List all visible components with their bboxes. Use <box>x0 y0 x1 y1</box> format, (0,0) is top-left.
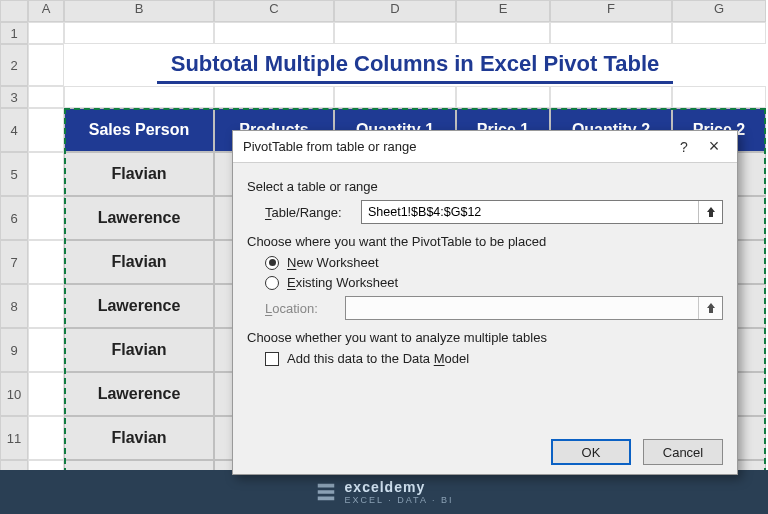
range-input[interactable] <box>362 205 698 219</box>
row-header-11[interactable]: 11 <box>0 416 28 460</box>
section-multiple-tables: Choose whether you want to analyze multi… <box>247 330 723 345</box>
cell[interactable] <box>64 86 214 108</box>
cell[interactable] <box>64 22 214 44</box>
collapse-dialog-icon[interactable] <box>698 201 722 223</box>
table-cell[interactable]: Lawerence <box>64 284 214 328</box>
watermark-brand: exceldemy <box>345 479 454 495</box>
row-header-8[interactable]: 8 <box>0 284 28 328</box>
ok-button[interactable]: OK <box>551 439 631 465</box>
row-header-1[interactable]: 1 <box>0 22 28 44</box>
watermark: exceldemy EXCEL · DATA · BI <box>0 470 768 514</box>
row-header-7[interactable]: 7 <box>0 240 28 284</box>
section-placement: Choose where you want the PivotTable to … <box>247 234 723 249</box>
cell[interactable] <box>550 86 672 108</box>
dialog-titlebar[interactable]: PivotTable from table or range ? × <box>233 131 737 163</box>
col-header-F[interactable]: F <box>550 0 672 22</box>
select-all-corner[interactable] <box>0 0 28 22</box>
cell[interactable] <box>28 108 64 152</box>
location-input-wrap <box>345 296 723 320</box>
row-header-3[interactable]: 3 <box>0 86 28 108</box>
col-header-G[interactable]: G <box>672 0 766 22</box>
cell[interactable] <box>456 22 550 44</box>
close-icon: × <box>709 136 720 157</box>
logo-icon <box>315 481 337 503</box>
row-header-2[interactable]: 2 <box>0 44 28 86</box>
location-field-row: Location: <box>265 296 723 320</box>
radio-icon <box>265 276 279 290</box>
col-header-E[interactable]: E <box>456 0 550 22</box>
cell[interactable] <box>28 328 64 372</box>
cell[interactable] <box>28 196 64 240</box>
row-header-5[interactable]: 5 <box>0 152 28 196</box>
table-cell[interactable]: Lawerence <box>64 196 214 240</box>
range-field-row: Table/Range: <box>265 200 723 224</box>
location-label: Location: <box>265 301 337 316</box>
table-cell[interactable]: Flavian <box>64 416 214 460</box>
row-header-9[interactable]: 9 <box>0 328 28 372</box>
location-input <box>346 301 698 315</box>
cell[interactable] <box>28 284 64 328</box>
column-headers: A B C D E F G <box>0 0 768 22</box>
range-input-wrap <box>361 200 723 224</box>
range-label: Table/Range: <box>265 205 353 220</box>
radio-existing-worksheet[interactable]: Existing Worksheet <box>265 275 723 290</box>
row-header-4[interactable]: 4 <box>0 108 28 152</box>
checkbox-label: Add this data to the Data Model <box>287 351 469 366</box>
cell[interactable] <box>456 86 550 108</box>
help-button[interactable]: ? <box>669 131 699 162</box>
cell[interactable] <box>28 152 64 196</box>
close-button[interactable]: × <box>699 131 729 162</box>
pivottable-dialog: PivotTable from table or range ? × Selec… <box>232 130 738 475</box>
radio-label: New Worksheet <box>287 255 379 270</box>
col-header-B[interactable]: B <box>64 0 214 22</box>
col-header-C[interactable]: C <box>214 0 334 22</box>
section-select-range: Select a table or range <box>247 179 723 194</box>
cell[interactable] <box>28 240 64 284</box>
cell[interactable] <box>334 22 456 44</box>
checkbox-icon <box>265 352 279 366</box>
cell[interactable] <box>28 86 64 108</box>
page-title: Subtotal Multiple Columns in Excel Pivot… <box>157 47 674 84</box>
table-cell[interactable]: Flavian <box>64 240 214 284</box>
row-header-10[interactable]: 10 <box>0 372 28 416</box>
table-cell[interactable]: Flavian <box>64 152 214 196</box>
col-header-D[interactable]: D <box>334 0 456 22</box>
table-header[interactable]: Sales Person <box>64 108 214 152</box>
cancel-button[interactable]: Cancel <box>643 439 723 465</box>
col-header-A[interactable]: A <box>28 0 64 22</box>
cell[interactable] <box>28 22 64 44</box>
row-header-6[interactable]: 6 <box>0 196 28 240</box>
table-cell[interactable]: Flavian <box>64 328 214 372</box>
cell[interactable] <box>214 22 334 44</box>
radio-icon <box>265 256 279 270</box>
title-cell[interactable]: Subtotal Multiple Columns in Excel Pivot… <box>64 44 766 86</box>
cell[interactable] <box>550 22 672 44</box>
checkbox-data-model[interactable]: Add this data to the Data Model <box>265 351 723 366</box>
cell[interactable] <box>672 86 766 108</box>
cell[interactable] <box>28 416 64 460</box>
watermark-sub: EXCEL · DATA · BI <box>345 495 454 505</box>
cell[interactable] <box>334 86 456 108</box>
dialog-body: Select a table or range Table/Range: Cho… <box>233 163 737 366</box>
radio-new-worksheet[interactable]: New Worksheet <box>265 255 723 270</box>
cell[interactable] <box>214 86 334 108</box>
table-cell[interactable]: Lawerence <box>64 372 214 416</box>
cell[interactable] <box>672 22 766 44</box>
cell[interactable] <box>28 372 64 416</box>
dialog-footer: OK Cancel <box>233 430 737 474</box>
dialog-title: PivotTable from table or range <box>241 139 669 154</box>
radio-label: Existing Worksheet <box>287 275 398 290</box>
collapse-dialog-icon[interactable] <box>698 297 722 319</box>
cell[interactable] <box>28 44 64 86</box>
